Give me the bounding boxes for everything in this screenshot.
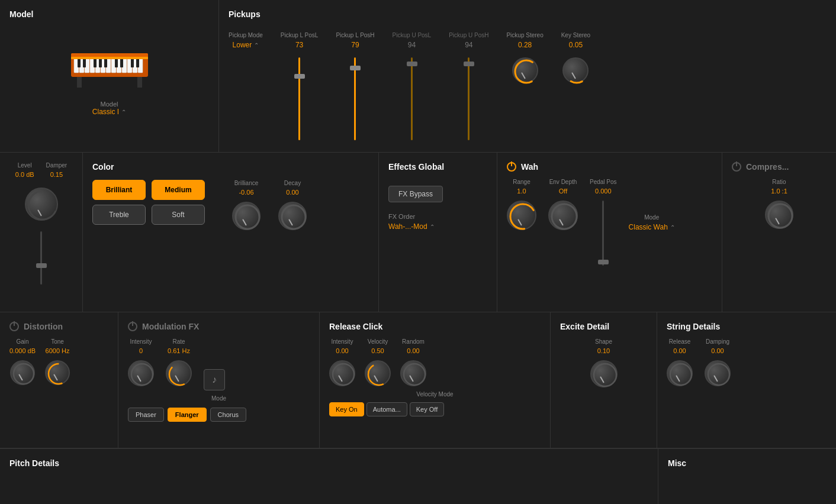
level-knob[interactable] bbox=[25, 188, 58, 221]
fx-bypass-button[interactable]: FX Bypass bbox=[388, 186, 443, 202]
velocity-mode-label: Velocity Mode bbox=[329, 391, 541, 398]
wah-range-knob[interactable] bbox=[507, 201, 536, 230]
wah-range-value: 1.0 bbox=[517, 188, 526, 195]
soft-button[interactable]: Soft bbox=[152, 205, 205, 225]
modulation-power-button[interactable] bbox=[128, 322, 137, 331]
svg-point-34 bbox=[769, 204, 792, 228]
model-panel: Model bbox=[0, 0, 219, 152]
string-damping: Damping 0.00 bbox=[705, 338, 731, 386]
svg-point-29 bbox=[28, 191, 57, 219]
pickup-u-posl-slider[interactable] bbox=[411, 51, 413, 146]
distortion-tone-knob[interactable] bbox=[45, 360, 70, 385]
distortion-header: Distortion bbox=[9, 322, 108, 331]
modulation-intensity: Intensity 0 bbox=[128, 338, 154, 386]
wah-mode-label: Mode bbox=[644, 214, 659, 221]
pickup-l-posl-slider[interactable] bbox=[298, 51, 300, 146]
brilliant-button[interactable]: Brilliant bbox=[92, 180, 146, 200]
wah-range: Range 1.0 bbox=[507, 179, 536, 230]
modulation-header: Modulation FX bbox=[128, 322, 310, 331]
brilliance-knob[interactable] bbox=[232, 202, 261, 230]
release-intensity-value: 0.00 bbox=[336, 347, 348, 354]
damper-slider[interactable] bbox=[40, 231, 42, 290]
key-off-button[interactable]: Key Off bbox=[410, 402, 444, 416]
pickup-stereo-value: 0.28 bbox=[518, 41, 532, 49]
svg-rect-26 bbox=[71, 57, 148, 59]
svg-point-32 bbox=[510, 204, 535, 229]
svg-rect-3 bbox=[137, 77, 142, 88]
modulation-mode-buttons: Phaser Flanger Chorus bbox=[128, 408, 310, 422]
chorus-button[interactable]: Chorus bbox=[210, 408, 246, 422]
compress-power-button[interactable] bbox=[732, 162, 741, 172]
misc-panel: Misc bbox=[658, 449, 836, 504]
svg-rect-24 bbox=[131, 58, 134, 67]
level-control: Level 0.0 dB bbox=[15, 162, 34, 178]
string-damping-value: 0.00 bbox=[711, 347, 724, 354]
key-stereo-label: Key Stereo bbox=[561, 32, 590, 38]
mod-note-button[interactable]: ♪ bbox=[204, 338, 225, 390]
string-release-value: 0.00 bbox=[673, 347, 686, 354]
wah-panel: Wah Range 1.0 En bbox=[497, 153, 722, 312]
key-stereo: Key Stereo 0.05 bbox=[561, 32, 590, 83]
pickup-stereo-knob[interactable] bbox=[512, 57, 538, 83]
pickups-panel: Pickups Pickup Mode Lower ⌃ Pickup L Pos… bbox=[219, 0, 836, 152]
medium-button[interactable]: Medium bbox=[152, 180, 205, 200]
distortion-power-button[interactable] bbox=[9, 322, 19, 331]
distortion-gain-knob[interactable] bbox=[10, 360, 35, 385]
svg-rect-25 bbox=[136, 58, 139, 67]
wah-env-depth-knob[interactable] bbox=[548, 201, 578, 230]
excite-detail-title: Excite Detail bbox=[560, 322, 647, 331]
phaser-button[interactable]: Phaser bbox=[128, 408, 164, 422]
model-arrow: ⌃ bbox=[121, 109, 126, 115]
release-random-label: Random bbox=[402, 338, 425, 345]
key-on-button[interactable]: Key On bbox=[329, 402, 364, 416]
wah-pedal-pos-slider[interactable] bbox=[602, 201, 604, 272]
wah-header: Wah bbox=[507, 162, 712, 172]
svg-point-30 bbox=[236, 205, 259, 229]
wah-mode-value[interactable]: Classic Wah ⌃ bbox=[629, 223, 675, 231]
wah-pedal-pos-label: Pedal Pos bbox=[590, 179, 617, 185]
pickup-mode-value[interactable]: Lower ⌃ bbox=[233, 41, 259, 49]
svg-rect-19 bbox=[94, 58, 97, 67]
level-label: Level bbox=[18, 162, 32, 169]
compress-ratio-knob[interactable] bbox=[765, 201, 793, 229]
treble-button[interactable]: Treble bbox=[92, 205, 146, 225]
release-click-title: Release Click bbox=[329, 322, 541, 331]
mod-rate-knob[interactable] bbox=[166, 360, 192, 386]
distortion-tone: Tone 6000 Hz bbox=[45, 338, 70, 385]
wah-pedal-pos: Pedal Pos 0.000 bbox=[590, 179, 617, 272]
release-random-knob[interactable] bbox=[400, 360, 426, 386]
svg-rect-20 bbox=[99, 58, 102, 67]
svg-rect-2 bbox=[77, 77, 82, 88]
release-intensity-knob[interactable] bbox=[329, 360, 355, 386]
distortion-panel: Distortion Gain 0.000 dB Tone bbox=[0, 312, 118, 448]
color-panel: Color Brilliant Medium Treble Soft Brill… bbox=[83, 153, 379, 312]
decay-knob[interactable] bbox=[278, 202, 307, 230]
mod-intensity-label: Intensity bbox=[130, 338, 152, 345]
model-value[interactable]: Classic I ⌃ bbox=[92, 108, 126, 116]
pickup-u-posh-slider[interactable] bbox=[468, 51, 470, 146]
pickup-l-posl-label: Pickup L PosL bbox=[281, 32, 319, 38]
mod-intensity-knob[interactable] bbox=[128, 360, 154, 386]
pickup-l-posl-value: 73 bbox=[295, 41, 303, 49]
effects-global-panel: Effects Global FX Bypass FX Order Wah-..… bbox=[379, 153, 497, 312]
wah-power-button[interactable] bbox=[507, 162, 516, 172]
distortion-gain: Gain 0.000 dB bbox=[9, 338, 36, 385]
svg-rect-21 bbox=[104, 58, 107, 67]
svg-rect-23 bbox=[120, 58, 123, 67]
wah-range-label: Range bbox=[513, 179, 530, 185]
pickup-stereo: Pickup Stereo 0.28 bbox=[506, 32, 543, 83]
damper-control: Damper 0.15 bbox=[46, 162, 67, 178]
pickup-l-posh-slider[interactable] bbox=[354, 51, 356, 146]
svg-point-37 bbox=[131, 364, 153, 385]
string-release-knob[interactable] bbox=[667, 360, 693, 386]
string-damping-knob[interactable] bbox=[705, 360, 731, 386]
auto-button[interactable]: Automa... bbox=[366, 402, 407, 416]
piano-image bbox=[65, 35, 154, 89]
release-velocity-knob[interactable] bbox=[365, 360, 391, 386]
excite-shape-knob[interactable] bbox=[590, 360, 618, 387]
flanger-button[interactable]: Flanger bbox=[168, 408, 207, 422]
fx-order-value[interactable]: Wah-...-Mod ⌃ bbox=[388, 222, 487, 231]
pitch-details-panel: Pitch Details bbox=[0, 449, 658, 504]
effects-global-title: Effects Global bbox=[388, 162, 487, 172]
key-stereo-knob[interactable] bbox=[562, 57, 589, 83]
